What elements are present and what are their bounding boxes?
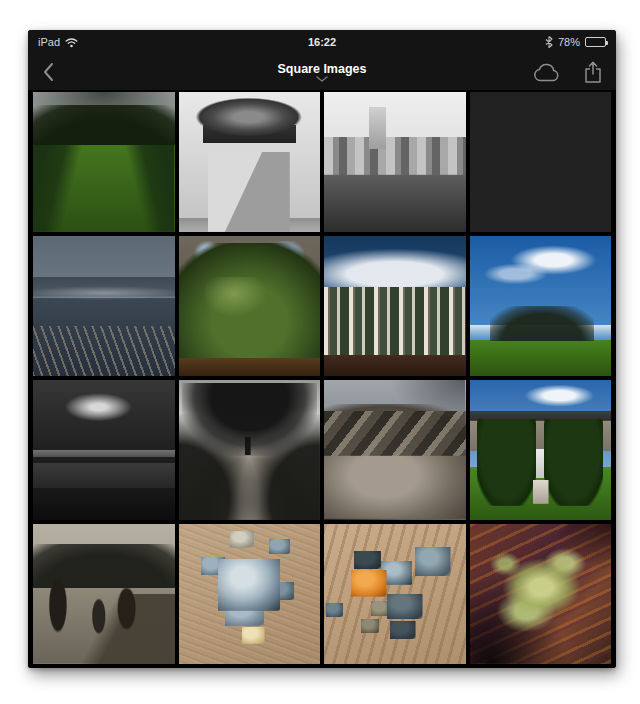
photo-lone-tree[interactable] <box>179 380 321 520</box>
photo-field-trees[interactable] <box>470 236 612 376</box>
ipad-screen: iPad 16:22 78% Square Images <box>28 30 616 668</box>
page-title: Square Images <box>278 62 367 76</box>
photo-flooded-marsh[interactable] <box>33 236 175 376</box>
carrier-label: iPad <box>38 36 60 48</box>
photo-birch-trees[interactable] <box>324 236 466 376</box>
nav-bar: Square Images <box>28 54 616 90</box>
photo-manor-garden[interactable] <box>470 380 612 520</box>
status-bar: iPad 16:22 78% <box>28 30 616 54</box>
photo-ship-in-bottle[interactable] <box>179 92 321 232</box>
bluetooth-icon <box>545 36 553 48</box>
battery-percent-label: 78% <box>558 36 580 48</box>
photo-frosty-river[interactable] <box>470 92 612 232</box>
photo-rock-ferns[interactable] <box>470 524 612 664</box>
photo-grid <box>28 90 616 668</box>
battery-icon <box>585 37 606 47</box>
photo-standing-stones[interactable] <box>33 524 175 664</box>
collection-title-dropdown[interactable]: Square Images <box>28 54 616 90</box>
clock: 16:22 <box>208 36 436 48</box>
photo-jagged-rocks[interactable] <box>324 380 466 520</box>
photo-city-skyline[interactable] <box>324 92 466 232</box>
photo-mossy-rocks[interactable] <box>179 236 321 376</box>
photo-dark-moor[interactable] <box>33 380 175 520</box>
photo-pebbles-orange[interactable] <box>324 524 466 664</box>
photo-pebbles-blue[interactable] <box>179 524 321 664</box>
photo-hedge-avenue[interactable] <box>33 92 175 232</box>
wifi-icon <box>65 37 78 48</box>
chevron-down-icon <box>316 76 328 82</box>
